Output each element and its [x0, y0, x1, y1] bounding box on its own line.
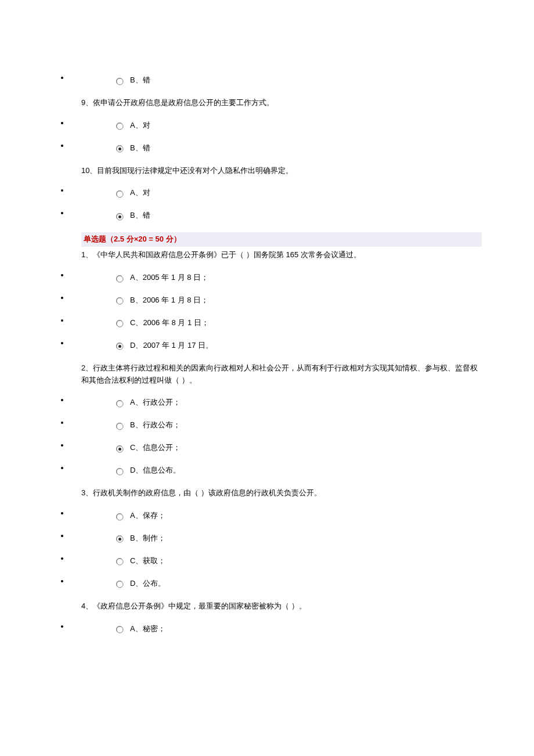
- list-bullet-icon: [61, 319, 63, 322]
- svg-point-4: [117, 191, 123, 197]
- option-row[interactable]: A、对: [81, 187, 482, 199]
- question-text: 3、行政机关制作的政府信息，由（ ）该政府信息的行政机关负责公开。: [81, 487, 482, 499]
- svg-point-22: [117, 627, 123, 633]
- list-bullet-icon: [61, 342, 63, 344]
- svg-point-20: [117, 559, 123, 565]
- option-row[interactable]: C、信息公开；: [81, 442, 482, 454]
- list-bullet-icon: [61, 580, 63, 582]
- list-bullet-icon: [61, 444, 63, 447]
- option-label: A、秘密；: [130, 624, 165, 633]
- svg-point-0: [117, 78, 123, 85]
- option-row[interactable]: A、保存；: [81, 510, 482, 522]
- question-text: 4、《政府信息公开条例》中规定，最重要的国家秘密被称为（ ）。: [81, 600, 482, 613]
- list-bullet-icon: [61, 422, 63, 424]
- option-label: B、错: [130, 211, 150, 220]
- radio-unselected-icon[interactable]: [116, 77, 123, 84]
- option-label: A、行政公开；: [130, 398, 181, 407]
- question-text: 10、目前我国现行法律规定中还没有对个人隐私作出明确界定。: [81, 165, 482, 177]
- option-row[interactable]: B、制作；: [81, 532, 482, 545]
- option-row[interactable]: C、2006 年 8 月 1 日；: [81, 317, 482, 329]
- radio-unselected-icon[interactable]: [116, 513, 123, 520]
- option-row[interactable]: B、行政公布；: [81, 419, 482, 431]
- radio-unselected-icon[interactable]: [116, 297, 123, 304]
- option-row[interactable]: C、获取；: [81, 555, 482, 567]
- svg-point-8: [117, 298, 123, 304]
- option-label: A、保存；: [130, 511, 165, 520]
- radio-selected-icon[interactable]: [116, 213, 123, 219]
- radio-unselected-icon[interactable]: [116, 467, 123, 474]
- list-bullet-icon: [61, 557, 63, 560]
- question-text: 1、《中华人民共和国政府信息公开条例》已于（ ）国务院第 165 次常务会议通过…: [81, 249, 482, 261]
- list-bullet-icon: [61, 535, 63, 537]
- option-row[interactable]: B、错: [81, 142, 482, 154]
- radio-selected-icon[interactable]: [116, 145, 123, 152]
- option-label: C、获取；: [130, 556, 165, 565]
- option-label: D、公布。: [130, 579, 165, 588]
- radio-unselected-icon[interactable]: [116, 625, 123, 632]
- svg-point-11: [118, 345, 121, 348]
- list-bullet-icon: [61, 625, 63, 628]
- svg-point-3: [118, 147, 121, 150]
- svg-point-12: [117, 401, 123, 407]
- list-bullet-icon: [61, 399, 63, 401]
- question-text: 2、行政主体将行政过程和相关的因素向行政相对人和社会公开，从而有利于行政相对方实…: [81, 362, 482, 387]
- radio-unselected-icon[interactable]: [116, 319, 123, 326]
- radio-unselected-icon[interactable]: [116, 122, 123, 129]
- svg-point-15: [118, 448, 121, 451]
- radio-unselected-icon[interactable]: [116, 557, 123, 564]
- option-label: D、信息公布。: [130, 466, 181, 474]
- radio-unselected-icon[interactable]: [116, 190, 123, 197]
- list-bullet-icon: [61, 145, 63, 147]
- option-row[interactable]: A、秘密；: [81, 623, 482, 635]
- svg-point-16: [117, 469, 123, 475]
- option-label: B、制作；: [130, 534, 165, 542]
- list-bullet-icon: [61, 274, 63, 276]
- option-row[interactable]: A、2005 年 1 月 8 日；: [81, 272, 482, 284]
- svg-point-9: [117, 321, 123, 327]
- radio-unselected-icon[interactable]: [116, 422, 123, 429]
- radio-selected-icon[interactable]: [116, 342, 123, 349]
- list-bullet-icon: [61, 297, 63, 299]
- option-row[interactable]: B、错: [81, 74, 482, 87]
- list-bullet-icon: [61, 467, 63, 469]
- option-row[interactable]: A、对: [81, 120, 482, 132]
- option-label: A、对: [130, 189, 150, 197]
- list-bullet-icon: [61, 77, 63, 79]
- option-label: C、2006 年 8 月 1 日；: [130, 318, 209, 327]
- option-label: B、错: [130, 75, 150, 84]
- radio-selected-icon[interactable]: [116, 535, 123, 542]
- svg-point-21: [117, 581, 123, 588]
- list-bullet-icon: [61, 212, 63, 214]
- svg-point-19: [118, 538, 121, 541]
- list-bullet-icon: [61, 189, 63, 192]
- option-row[interactable]: D、2007 年 1 月 17 日。: [81, 340, 482, 352]
- svg-point-7: [117, 276, 123, 282]
- option-label: B、2006 年 1 月 8 日；: [130, 296, 208, 304]
- option-row[interactable]: B、2006 年 1 月 8 日；: [81, 294, 482, 307]
- radio-unselected-icon[interactable]: [116, 399, 123, 406]
- option-label: B、行政公布；: [130, 420, 181, 429]
- radio-selected-icon[interactable]: [116, 445, 123, 452]
- radio-unselected-icon[interactable]: [116, 580, 123, 587]
- svg-point-6: [118, 215, 121, 218]
- radio-unselected-icon[interactable]: [116, 275, 123, 282]
- svg-point-1: [117, 123, 123, 129]
- list-bullet-icon: [61, 122, 63, 124]
- option-row[interactable]: B、错: [81, 210, 482, 222]
- svg-point-13: [117, 423, 123, 430]
- option-label: A、对: [130, 121, 150, 129]
- option-label: B、错: [130, 143, 150, 152]
- option-row[interactable]: D、信息公布。: [81, 465, 482, 477]
- option-row[interactable]: A、行政公开；: [81, 397, 482, 409]
- section-header: 单选题（2.5 分×20 = 50 分）: [81, 232, 482, 247]
- svg-point-17: [117, 514, 123, 520]
- option-label: C、信息公开；: [130, 443, 181, 452]
- option-row[interactable]: D、公布。: [81, 578, 482, 590]
- option-label: A、2005 年 1 月 8 日；: [130, 273, 208, 282]
- option-label: D、2007 年 1 月 17 日。: [130, 341, 213, 350]
- list-bullet-icon: [61, 512, 63, 514]
- question-text: 9、依申请公开政府信息是政府信息公开的主要工作方式。: [81, 97, 482, 109]
